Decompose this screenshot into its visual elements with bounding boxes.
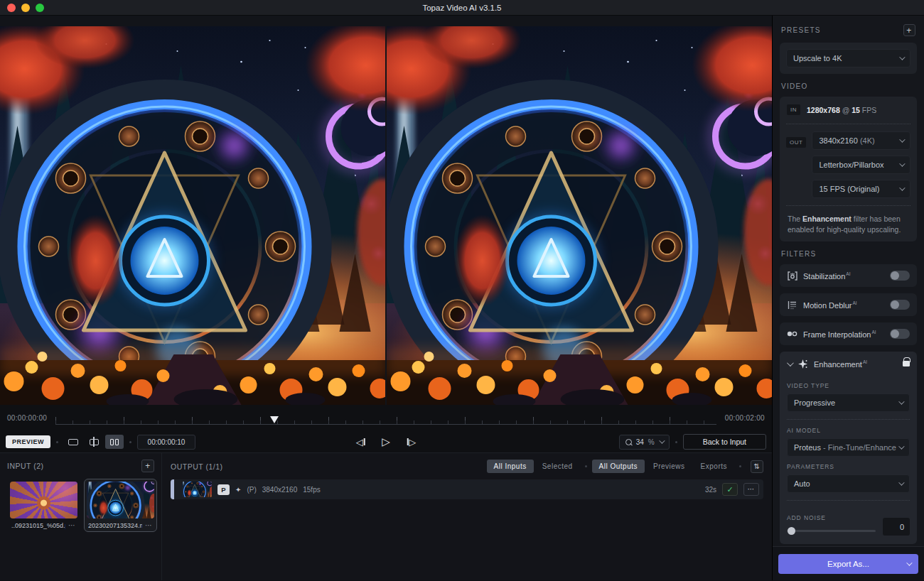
add-noise-slider[interactable] <box>787 530 876 532</box>
add-preset-button[interactable]: + <box>903 24 915 36</box>
close-window-button[interactable] <box>7 4 16 12</box>
minimize-window-button[interactable] <box>21 4 30 12</box>
separator-dot <box>675 441 677 443</box>
add-noise-slider-knob[interactable] <box>788 527 795 535</box>
presets-card: Upscale to 4K <box>780 43 917 74</box>
preview-button[interactable]: PREVIEW <box>6 435 50 448</box>
frame-interpolation-label: Frame InterpolationAI <box>803 330 876 339</box>
single-view-button[interactable] <box>64 435 82 449</box>
filter-tab-exports[interactable]: Exports <box>694 460 734 473</box>
playback-controls-bar: PREVIEW 00:00:00:10 ◁ ▷ <box>0 431 772 452</box>
chevron-down-icon <box>906 560 912 565</box>
output-resolution-value: 3840x2160 (4K) <box>819 136 874 145</box>
timeline-playhead[interactable] <box>270 416 279 423</box>
filters-header: FILTERS <box>781 250 816 258</box>
side-by-side-icon <box>110 439 119 445</box>
enhancement-filter-card: EnhancementAI VIDEO TYPE Progressive AI … <box>780 352 917 544</box>
input-item-mp4[interactable]: 20230207135324.mp4 ⋯ <box>84 479 157 532</box>
enhancement-sparkle-icon <box>797 359 808 369</box>
preview-image-enhanced <box>387 26 772 405</box>
separator-dot <box>56 441 58 443</box>
filter-tab-all-inputs[interactable]: All Inputs <box>487 460 534 473</box>
single-view-icon <box>68 439 78 445</box>
crop-mode-value: Letterbox/Pillarbox <box>819 161 883 169</box>
zoom-level-value: 34 <box>636 438 644 446</box>
enhancement-note: The Enhancement filter has been enabled … <box>786 213 910 235</box>
frame-interpolation-toggle[interactable] <box>890 329 910 339</box>
parameters-dropdown[interactable]: Auto <box>787 474 910 493</box>
split-view-button[interactable] <box>85 435 103 449</box>
parameters-label: PARAMETERS <box>787 463 910 470</box>
filter-tab-all-outputs[interactable]: All Outputs <box>592 460 645 473</box>
preview-pane-original[interactable] <box>0 26 385 405</box>
divider <box>786 205 910 206</box>
timeline-ruler[interactable] <box>55 413 716 425</box>
step-back-button[interactable]: ◁ <box>356 437 365 447</box>
video-type-label: VIDEO TYPE <box>787 382 910 389</box>
export-section: Export As... <box>773 546 924 580</box>
export-as-label: Export As... <box>827 560 869 568</box>
settings-sidebar: PRESETS + Upscale to 4K VIDEO IN 1280x76… <box>773 16 924 580</box>
input-filename: ..09231015_%05d.png <box>11 522 65 529</box>
zoom-window-button[interactable] <box>36 4 44 12</box>
frame-interpolation-filter-row[interactable]: Frame InterpolationAI <box>780 322 917 345</box>
video-type-value: Progressive <box>794 398 835 407</box>
item-menu-button[interactable]: ⋯ <box>145 523 153 528</box>
chevron-down-icon <box>899 185 905 190</box>
separator-dot <box>739 465 741 467</box>
input-panel-header: INPUT (2) <box>7 462 44 470</box>
back-to-input-button[interactable]: Back to Input <box>683 434 766 450</box>
filter-tab-previews[interactable]: Previews <box>646 460 692 473</box>
add-input-button[interactable]: + <box>141 460 154 472</box>
export-as-button[interactable]: Export As... <box>778 554 918 574</box>
divider <box>786 124 910 124</box>
zoom-level-dropdown[interactable]: 34 % <box>619 435 670 450</box>
sort-icon: ⇅ <box>754 462 761 470</box>
stabilization-icon <box>787 271 797 281</box>
stabilization-toggle[interactable] <box>890 271 910 281</box>
output-panel: OUTPUT (1/1) All Inputs Selected All Out… <box>162 453 772 580</box>
video-type-dropdown[interactable]: Progressive <box>787 393 910 412</box>
preset-selected-value: Upscale to 4K <box>793 54 842 63</box>
play-button[interactable]: ▷ <box>382 435 390 448</box>
filter-tab-selected[interactable]: Selected <box>535 460 580 473</box>
ai-model-label: AI MODEL <box>787 427 910 434</box>
step-forward-button[interactable]: ▷ <box>407 437 417 447</box>
preset-dropdown[interactable]: Upscale to 4K <box>786 49 910 67</box>
output-filter-tabs: All Inputs Selected All Outputs Previews… <box>487 460 763 473</box>
output-resolution: 3840x2160 <box>262 486 298 494</box>
sort-button[interactable]: ⇅ <box>751 460 763 473</box>
timecode-input[interactable]: 00:00:00:10 <box>137 435 195 450</box>
side-by-side-view-button[interactable] <box>105 435 124 449</box>
check-icon: ✓ <box>726 485 733 494</box>
motion-deblur-toggle[interactable] <box>890 300 910 310</box>
output-fps-value: 15 FPS (Original) <box>819 185 879 193</box>
output-thumbnail <box>182 482 212 497</box>
zoom-level-unit: % <box>648 438 655 446</box>
output-duration: 32s <box>705 486 716 494</box>
timeline: 00:00:00:00 00:00:02:00 <box>0 405 772 431</box>
crop-mode-dropdown[interactable]: Letterbox/Pillarbox <box>812 156 910 174</box>
play-icon: ▷ <box>382 435 390 448</box>
chevron-down-icon <box>659 438 665 443</box>
item-menu-button[interactable]: ⋯ <box>68 523 76 528</box>
preview-pane-enhanced[interactable] <box>387 26 772 405</box>
chevron-down-icon <box>787 359 794 366</box>
ai-model-dropdown[interactable]: Proteus - Fine-Tune/Enhance <box>787 438 910 457</box>
output-menu-button[interactable]: ⋯ <box>743 483 759 496</box>
output-fps-dropdown[interactable]: 15 FPS (Original) <box>812 180 910 198</box>
output-resolution-dropdown[interactable]: 3840x2160 (4K) <box>812 131 910 150</box>
output-fps: 15fps <box>303 486 320 494</box>
preview-comparison-area <box>0 16 772 405</box>
output-complete-button[interactable]: ✓ <box>722 483 738 496</box>
output-row[interactable]: P ✦ (P) 3840x2160 15fps 32s ✓ ⋯ <box>171 479 763 499</box>
presets-header: PRESETS <box>781 26 821 34</box>
magnifier-icon <box>625 439 632 445</box>
chevron-down-icon <box>899 54 905 60</box>
step-back-icon: ◁ <box>356 437 363 447</box>
enhancement-header[interactable]: EnhancementAI <box>780 352 917 376</box>
stabilization-filter-row[interactable]: StabilizationAI <box>780 264 917 287</box>
motion-deblur-filter-row[interactable]: Motion DeblurAI <box>780 293 917 316</box>
chevron-down-icon <box>898 444 904 450</box>
input-item-png[interactable]: ..09231015_%05d.png ⋯ <box>7 479 80 532</box>
